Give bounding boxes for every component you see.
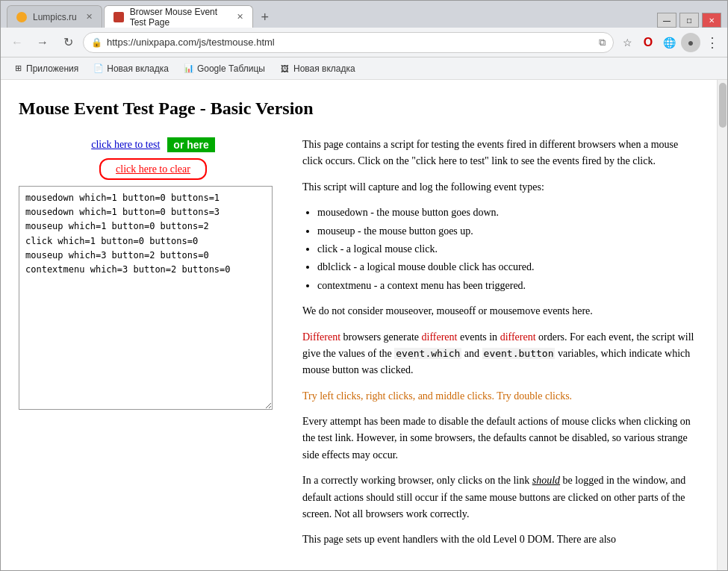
event-types-list: mousedown - the mouse button goes down. … [317,205,699,294]
para4: Try left clicks, right clicks, and middl… [302,388,699,405]
page-title: Mouse Event Test Page - Basic Version [19,95,699,122]
opera-icon[interactable]: O [639,34,657,52]
tab2-close[interactable]: ✕ [237,12,243,22]
desc-para2: This script will capture and log the fol… [302,179,699,196]
bookmark-apps[interactable]: ⊞ Приложения [7,62,84,75]
tab-testmouse[interactable]: Browser Mouse Event Test Page ✕ [104,5,253,28]
page-area: Mouse Event Test Page - Basic Version cl… [1,80,727,570]
event-type-mouseup: mouseup - the mouse button goes up. [317,223,699,240]
scroll-thumb[interactable] [719,83,727,128]
or-here-button[interactable]: or here [167,137,214,152]
log-line-6: contextmenu which=3 button=2 buttons=0 [25,263,266,277]
bookmark-newtab1-label: Новая вкладка [107,63,169,74]
log-line-3: mouseup which=1 button=0 buttons=2 [25,219,266,234]
event-type-click: click - a logical mouse click. [317,241,699,258]
event-which-code: event.which [394,348,461,359]
forward-button[interactable]: → [32,32,53,53]
tab1-label: Lumpics.ru [33,12,77,22]
log-line-1: mousedown which=1 button=0 buttons=1 [25,191,266,205]
para2: We do not consider mouseover, mouseoff o… [302,303,699,319]
right-panel: This page contains a script for testing … [302,137,699,558]
event-type-contextmenu: contextmenu - a context menu has been tr… [317,278,699,294]
apps-icon: ⊞ [13,63,23,74]
para3: Different browsers generate different ev… [302,329,699,379]
para3-different3: different [500,331,536,343]
tab-lumpics[interactable]: Lumpics.ru ✕ [7,5,102,28]
tab1-favicon [16,12,27,22]
log-line-5: mouseup which=3 button=2 buttons=0 [25,249,266,263]
address-text: https://unixpapa.com/js/testmouse.html [107,37,594,48]
copy-icon[interactable]: ⧉ [599,37,606,49]
tab-bar: Lumpics.ru ✕ Browser Mouse Event Test Pa… [1,1,727,28]
para5: Every attempt has been made to disable t… [302,414,699,464]
toolbar-right: ☆ O 🌐 ● ⋮ [618,33,721,52]
test-links-row: click here to test or here [19,137,287,152]
page-content: Mouse Event Test Page - Basic Version cl… [1,80,717,570]
clear-link[interactable]: click here to clear [99,158,207,180]
log-line-2: mousedown which=1 button=0 buttons=3 [25,205,266,219]
bookmarks-bar: ⊞ Приложения 📄 Новая вкладка 📊 Google Та… [1,57,727,80]
profile-icon[interactable]: ● [681,33,700,52]
close-button[interactable]: ✕ [702,13,721,28]
browser-window: Lumpics.ru ✕ Browser Mouse Event Test Pa… [0,0,728,571]
event-log: mousedown which=1 button=0 buttons=1 mou… [19,186,273,410]
tab1-close[interactable]: ✕ [86,12,93,22]
scrollbar[interactable] [717,80,727,570]
log-line-4: click which=1 button=0 buttons=0 [25,234,266,249]
bookmark-newtab2[interactable]: 🖼 Новая вкладка [274,62,361,75]
bookmark-newtab1[interactable]: 📄 Новая вкладка [87,62,175,75]
reload-button[interactable]: ↻ [57,32,78,53]
para7: This page sets up event handlers with th… [302,531,699,548]
toolbar: ← → ↻ 🔒 https://unixpapa.com/js/testmous… [1,28,727,57]
address-bar[interactable]: 🔒 https://unixpapa.com/js/testmouse.html… [83,32,614,53]
desc-para1: This page contains a script for testing … [302,137,699,170]
bookmark-newtab2-label: Новая вкладка [293,63,355,74]
tab2-label: Browser Mouse Event Test Page [130,7,228,28]
bookmark-sheets-label: Google Таблицы [197,63,265,74]
menu-icon[interactable]: ⋮ [703,34,721,52]
test-link[interactable]: click here to test [91,137,160,152]
clear-link-wrapper: click here to clear [19,158,287,180]
maximize-button[interactable]: □ [679,13,699,28]
minimize-button[interactable]: — [657,13,676,28]
para6: In a correctly working browser, only cli… [302,472,699,522]
window-controls: — □ ✕ [657,13,721,28]
event-button-code: event.button [482,348,556,359]
bookmark-apps-label: Приложения [26,63,78,74]
event-type-dblclick: dblclick - a logical mouse double click … [317,259,699,275]
back-button[interactable]: ← [7,32,28,53]
bookmark-star-icon[interactable]: ☆ [618,34,636,52]
tab2-favicon [113,12,124,22]
main-layout: click here to test or here click here to… [19,137,699,558]
left-panel: click here to test or here click here to… [19,137,287,558]
event-type-mousedown: mousedown - the mouse button goes down. [317,205,699,221]
sheets-icon: 📊 [184,63,194,74]
newtab2-icon: 🖼 [280,63,290,74]
para3-different1: Different [302,331,340,343]
new-tab-button[interactable]: + [255,7,276,28]
para3-different2: different [422,331,458,343]
lock-icon: 🔒 [91,37,102,48]
globe-icon[interactable]: 🌐 [660,34,678,52]
bookmark-sheets[interactable]: 📊 Google Таблицы [178,62,271,75]
newtab1-icon: 📄 [93,63,104,74]
